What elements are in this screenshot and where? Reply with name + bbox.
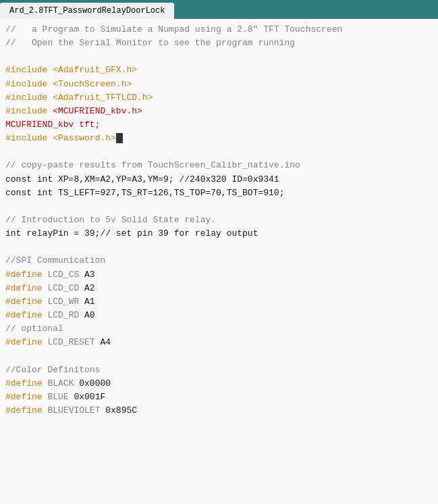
code-line: #include <TouchScreen.h> bbox=[5, 78, 433, 91]
code-line bbox=[5, 145, 433, 159]
active-tab[interactable]: Ard_2.8TFT_PasswordRelayDoorLock bbox=[0, 3, 174, 19]
code-line: const int TS_LEFT=927,TS_RT=126,TS_TOP=7… bbox=[5, 186, 433, 200]
code-line bbox=[5, 349, 433, 363]
code-editor[interactable]: // a Program to Simulate a Numpad using … bbox=[0, 19, 438, 504]
tab-bar: Ard_2.8TFT_PasswordRelayDoorLock bbox=[0, 0, 438, 19]
code-line: #include <MCUFRIEND_kbv.h> bbox=[5, 105, 433, 118]
code-line: int relayPin = 39;// set pin 39 for rela… bbox=[5, 227, 433, 241]
code-line bbox=[5, 50, 433, 64]
code-line: //Color Definitons bbox=[5, 363, 433, 377]
code-line: #define LCD_WR A1 bbox=[5, 295, 433, 309]
code-line bbox=[5, 241, 433, 254]
code-line: // optional bbox=[5, 322, 433, 336]
code-line: //SPI Communication bbox=[5, 254, 433, 268]
code-line: // Introduction to 5v Solid State relay. bbox=[5, 213, 433, 227]
code-line: #define LCD_CD A2 bbox=[5, 282, 433, 295]
code-line: // a Program to Simulate a Numpad using … bbox=[5, 23, 433, 36]
code-line: const int XP=8,XM=A2,YP=A3,YM=9; //240x3… bbox=[5, 173, 433, 186]
code-line: #include <Adafruit_GFX.h> bbox=[5, 64, 433, 77]
code-line: #include <Adafruit_TFTLCD.h> bbox=[5, 91, 433, 105]
code-line: #define BLUE 0x001F bbox=[5, 390, 433, 404]
code-line: MCUFRIEND_kbv tft; bbox=[5, 118, 433, 132]
code-line: // copy-paste results from TouchScreen_C… bbox=[5, 159, 433, 172]
code-line: // Open the Serial Monitor to see the pr… bbox=[5, 36, 433, 50]
code-line: #include <Password.h> bbox=[5, 132, 433, 145]
code-line: #define BLUEVIOLET 0x895C bbox=[5, 404, 433, 418]
code-line bbox=[5, 200, 433, 213]
code-line: #define BLACK 0x0000 bbox=[5, 377, 433, 390]
tab-label: Ard_2.8TFT_PasswordRelayDoorLock bbox=[9, 6, 165, 16]
code-line: #define LCD_RD A0 bbox=[5, 309, 433, 322]
code-line: #define LCD_RESET A4 bbox=[5, 336, 433, 349]
code-line: #define LCD_CS A3 bbox=[5, 268, 433, 282]
